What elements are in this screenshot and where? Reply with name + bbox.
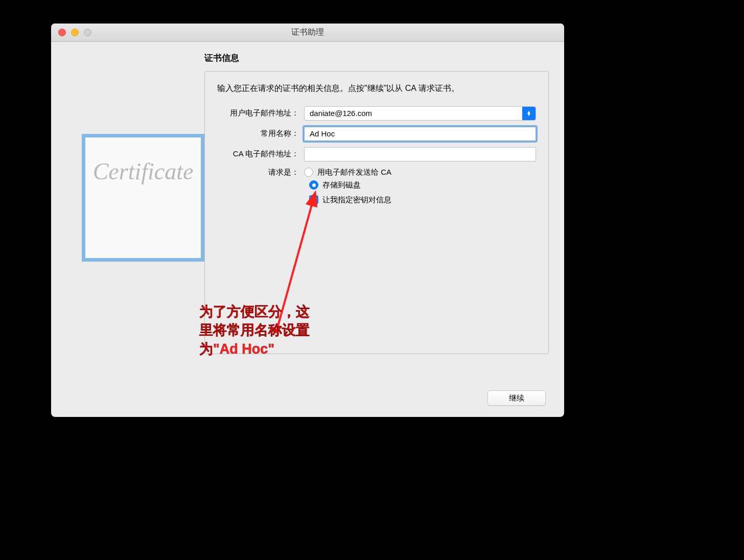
maximize-icon (84, 29, 91, 36)
common-name-label: 常用名称： (217, 129, 304, 138)
common-name-row: 常用名称： (217, 127, 536, 141)
request-label: 请求是： (217, 168, 304, 177)
annotation-line2: 里将常用名称设置 (199, 321, 310, 339)
annotation-line1: 为了方便区分，这 (199, 302, 310, 321)
ca-email-input[interactable] (304, 147, 536, 161)
radio-save-to-disk[interactable] (309, 180, 318, 190)
certificate-assistant-window: 证书助理 证书信息 Certificate 输入您正在请求的证书的相关信息。点按… (51, 24, 564, 417)
titlebar: 证书助理 (51, 24, 564, 42)
content-area: 证书信息 Certificate 输入您正在请求的证书的相关信息。点按"继续"以… (51, 42, 564, 364)
instruction-text: 输入您正在请求的证书的相关信息。点按"继续"以从 CA 请求证书。 (217, 82, 536, 95)
close-icon[interactable] (58, 29, 66, 36)
option-specify-keypair-label: 让我指定密钥对信息 (322, 195, 391, 205)
email-label: 用户电子邮件地址： (217, 108, 304, 118)
common-name-input[interactable] (304, 127, 536, 141)
email-combobox[interactable]: daniate@126.com ▲▼ (304, 106, 536, 121)
checkbox-specify-keypair[interactable]: ✓ (309, 195, 318, 204)
section-heading: 证书信息 (204, 52, 549, 64)
ca-email-label: CA 电子邮件地址： (217, 149, 304, 159)
certificate-illustration: Certificate (82, 134, 204, 262)
email-row: 用户电子邮件地址： daniate@126.com ▲▼ (217, 106, 536, 121)
minimize-icon[interactable] (71, 29, 79, 36)
save-to-disk-row: 存储到磁盘 (309, 180, 536, 190)
email-value: daniate@126.com (305, 109, 522, 118)
option-email-to-ca-label: 用电子邮件发送给 CA (317, 168, 391, 177)
option-save-to-disk-label: 存储到磁盘 (322, 180, 361, 190)
request-row: 请求是： 用电子邮件发送给 CA (217, 168, 536, 177)
annotation-text: 为了方便区分，这 里将常用名称设置 为"Ad Hoc" (199, 302, 310, 358)
certificate-script-text: Certificate (93, 158, 194, 185)
dropdown-icon[interactable]: ▲▼ (522, 107, 536, 120)
specify-keypair-row: ✓ 让我指定密钥对信息 (309, 195, 536, 205)
window-title: 证书助理 (291, 27, 324, 38)
window-controls (58, 29, 91, 36)
annotation-line3: 为"Ad Hoc" (199, 340, 310, 358)
continue-button[interactable]: 继续 (487, 390, 546, 406)
radio-email-to-ca[interactable] (304, 168, 313, 177)
ca-email-row: CA 电子邮件地址： (217, 147, 536, 161)
